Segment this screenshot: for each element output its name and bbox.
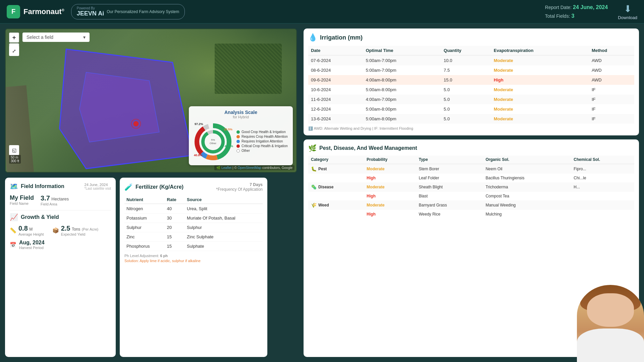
irr-evap: Moderate	[491, 55, 589, 65]
height-icon: 📏	[10, 227, 16, 234]
irr-evap: Moderate	[491, 85, 589, 95]
fert-rate: 20	[165, 223, 185, 232]
irr-evap: Moderate	[491, 65, 589, 75]
irr-qty: 5.0	[441, 95, 491, 104]
pest-col-type: Type	[416, 156, 483, 164]
fertilizer-panel: 🧪 Fertilizer (Kg/Acre) 7 Days *Frequency…	[120, 178, 267, 357]
fert-source: Sulphate	[185, 242, 263, 251]
fertilizer-title: Fertilizer (Kg/Acre)	[136, 184, 183, 190]
irrigation-header: 💧 Irrigation (mm)	[308, 33, 634, 42]
field-info-header: 🗺️ Field Information 24 June, 2024 *Last…	[10, 182, 111, 190]
irrigation-table: Date Optimal Time Quantity Evapotranspir…	[308, 46, 634, 124]
pest-icon: 🌿	[308, 144, 317, 152]
fert-nutrient: Sulphur	[124, 223, 165, 232]
logo-icon: F	[7, 5, 20, 18]
fertilizer-header: 🧪 Fertilizer (Kg/Acre) 7 Days *Frequency…	[124, 182, 263, 192]
irr-time: 4:00am-8:00pm	[363, 75, 441, 85]
download-label: Download	[618, 15, 637, 20]
legend-item-requires-irr: Requires Irrigation Attention	[236, 139, 289, 143]
ph-solution: Solution: Apply lime if acidic, sulphur …	[124, 259, 263, 263]
pest-prob: High	[364, 192, 416, 200]
logo-text: Farmonaut®	[23, 7, 64, 16]
right-section: 💧 Irrigation (mm) Date Optimal Time Quan…	[302, 23, 644, 362]
analysis-scale-body: 5% Other 97.2% 10.5% 45.8% 40.8%	[193, 122, 289, 162]
irr-evap: Moderate	[491, 114, 589, 124]
download-button[interactable]: ⬇ Download	[618, 3, 637, 20]
pest-col-category: Category	[308, 156, 364, 164]
irr-date: 12-6-2024	[308, 104, 363, 114]
download-icon: ⬇	[624, 3, 632, 14]
fert-rate: 40	[165, 204, 185, 214]
info-icon: ℹ️	[308, 126, 313, 130]
pest-prob: Moderate	[364, 164, 416, 174]
ph-note: Ph Level Adjustment: 6 ph	[124, 254, 263, 258]
pest-row: 🌾Weed Moderate Barnyard Grass Manual Wee…	[308, 200, 634, 210]
irr-qty: 15.0	[441, 75, 491, 85]
freq-info: 7 Days *Frequency Of Application	[216, 182, 263, 192]
pest-organic: Neem Oil	[483, 164, 571, 174]
legend-dot-requires-crop	[236, 135, 240, 138]
irr-row: 08-6-2024 5:00am-7:00pm 7.5 Moderate AWD	[308, 65, 634, 75]
fert-nutrient: Zinc	[124, 232, 165, 242]
pest-chemical: Chi...le	[571, 174, 634, 182]
pest-row: High Leaf Folder Bacillus Thuringiensis …	[308, 174, 634, 182]
irr-time: 5:00am-7:00pm	[363, 55, 441, 65]
map-attribution: 🌿 Leaflet | © OpenStreetMap contributors…	[214, 165, 294, 170]
svg-marker-1	[79, 72, 159, 142]
header: F Farmonaut® Powered By JEEVN Ai Our Per…	[0, 0, 644, 23]
fullscreen-button[interactable]: ⤢	[9, 46, 19, 56]
fert-row: Potassium 30 Muriate Of Potash, Basal	[124, 214, 263, 223]
irr-qty: 5.0	[441, 85, 491, 95]
field-select-bar[interactable]: Select a field ▾	[22, 33, 90, 42]
pest-prob: High	[364, 210, 416, 219]
growth-title: Growth & Yield	[21, 214, 59, 220]
height-metric: 📏 0.8 M Average Height	[10, 225, 44, 236]
fert-col-rate: Rate	[165, 196, 185, 204]
legend-item-other: Other	[236, 149, 289, 153]
irrigation-title: Irrigation (mm)	[320, 34, 363, 41]
irr-row: 10-6-2024 5:00am-8:00pm 5.0 Moderate IF	[308, 85, 634, 95]
pest-disease-table: Category Probability Type Organic Sol. C…	[308, 156, 634, 219]
irr-date: 13-6-2024	[308, 114, 363, 124]
svg-text:Other: Other	[210, 142, 216, 145]
field-details-row: My Field Field Name 3.7 Hectares Field A…	[10, 194, 111, 206]
analysis-scale-popup: Analysis Scale for Hybrid	[189, 106, 293, 165]
irr-method: AWD	[589, 65, 634, 75]
irr-time: 4:00am-7:00pm	[363, 95, 441, 104]
irr-row: 09-6-2024 4:00am-8:00pm 15.0 High AWD	[308, 75, 634, 85]
pest-panel: 🌿 Pest, Disease, And Weed Management Cat…	[304, 139, 639, 357]
pest-organic: Manual Weeding	[483, 200, 571, 210]
irr-method: IF	[589, 95, 634, 104]
irr-time: 5:00am-8:00pm	[363, 85, 441, 95]
irr-evap: Moderate	[491, 95, 589, 104]
field-name-block: My Field Field Name	[10, 194, 34, 205]
fert-rate: 15	[165, 242, 185, 251]
fert-source: Urea, Split	[185, 204, 263, 214]
map-container: Analysis Scale for Hybrid	[5, 28, 297, 173]
pest-category	[308, 210, 364, 219]
main-content: Analysis Scale for Hybrid	[0, 23, 644, 362]
irr-date: 07-6-2024	[308, 55, 363, 65]
zoom-in-button[interactable]: +	[9, 33, 19, 43]
pest-prob: Moderate	[364, 182, 416, 192]
irr-row: 13-6-2024 5:00am-8:00pm 5.0 Moderate IF	[308, 114, 634, 124]
irr-time: 5:00am-7:00pm	[363, 65, 441, 75]
irr-method: AWD	[589, 55, 634, 65]
pest-prob: High	[364, 174, 416, 182]
header-right: Report Date: 24 June, 2024 Total Fields:…	[545, 3, 637, 20]
pest-chemical	[571, 210, 634, 219]
irr-method: AWD	[589, 75, 634, 85]
fertilizer-icon: 🧪	[124, 183, 133, 191]
pest-type: Leaf Folder	[416, 174, 483, 182]
pest-prob: Moderate	[364, 200, 416, 210]
analysis-scale-title: Analysis Scale	[193, 110, 289, 115]
layer-button[interactable]: ◱	[9, 145, 19, 155]
irr-method: IF	[589, 85, 634, 95]
irr-col-qty: Quantity	[441, 46, 491, 55]
irrigation-note: ℹ️ AWD: Alternate Wetting and Drying | I…	[308, 126, 634, 131]
irr-time: 5:00am-8:00pm	[363, 114, 441, 124]
field-info-date: 24 June, 2024 *Last satellite visit	[85, 183, 111, 190]
yield-metric: 📦 2.5 Tons (Per Acre) Expected Yield	[52, 225, 99, 236]
map-section: Analysis Scale for Hybrid	[0, 23, 302, 178]
fert-source: Muriate Of Potash, Basal	[185, 214, 263, 223]
